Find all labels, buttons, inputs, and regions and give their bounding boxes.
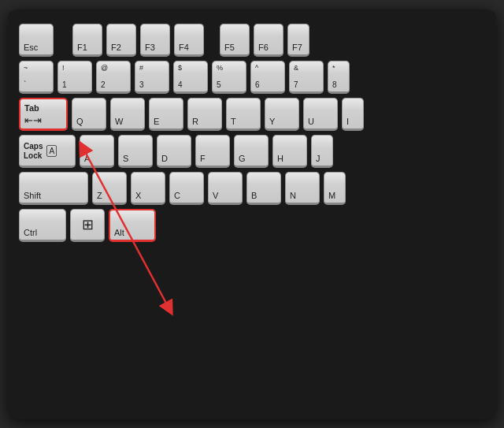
key-h[interactable]: H: [272, 135, 307, 168]
key-5[interactable]: % 5: [212, 61, 246, 94]
qwerty-row: Tab ⇤⇥ Q W E R T Y U I: [19, 98, 485, 131]
key-f7-partial[interactable]: F7: [287, 24, 309, 57]
key-ctrl[interactable]: Ctrl: [19, 209, 66, 242]
key-shift-left[interactable]: Shift: [19, 172, 88, 205]
key-alt[interactable]: Alt: [109, 209, 156, 242]
key-x[interactable]: X: [131, 172, 165, 205]
key-b[interactable]: B: [246, 172, 281, 205]
key-f1[interactable]: F1: [72, 24, 102, 57]
key-w[interactable]: W: [110, 98, 145, 131]
windows-icon: ⊞: [82, 216, 94, 233]
key-3[interactable]: # 3: [135, 61, 169, 94]
key-tab[interactable]: Tab ⇤⇥: [19, 98, 68, 131]
key-f3[interactable]: F3: [140, 24, 170, 57]
key-tilde[interactable]: ~ `: [19, 61, 54, 94]
key-4[interactable]: $ 4: [173, 61, 208, 94]
key-j[interactable]: J: [311, 135, 333, 168]
key-r[interactable]: R: [187, 98, 222, 131]
key-i[interactable]: I: [342, 98, 364, 131]
key-7[interactable]: & 7: [289, 61, 324, 94]
key-d[interactable]: D: [157, 135, 191, 168]
key-f4[interactable]: F4: [174, 24, 204, 57]
key-m[interactable]: M: [324, 172, 346, 205]
key-u[interactable]: U: [303, 98, 338, 131]
key-6[interactable]: ^ 6: [250, 61, 285, 94]
key-f6[interactable]: F6: [254, 24, 284, 57]
key-2[interactable]: @ 2: [96, 61, 131, 94]
key-win[interactable]: ⊞: [70, 209, 105, 242]
number-row: ~ ` ! 1 @ 2 # 3 $ 4 % 5 ^ 6 & 7: [19, 61, 485, 94]
zxcv-row: Shift Z X C V B N M: [19, 172, 485, 205]
key-f5[interactable]: F5: [220, 24, 250, 57]
key-q[interactable]: Q: [72, 98, 106, 131]
key-z[interactable]: Z: [92, 172, 127, 205]
key-1[interactable]: ! 1: [57, 61, 92, 94]
key-caps-lock[interactable]: Caps Lock A: [19, 135, 76, 168]
fn-row: Esc F1 F2 F3 F4 F5 F6 F7: [19, 24, 485, 57]
key-esc[interactable]: Esc: [19, 24, 54, 57]
key-n[interactable]: N: [285, 172, 320, 205]
keyboard: Esc F1 F2 F3 F4 F5 F6 F7 ~ ` ! 1 @ 2 # 3…: [8, 9, 496, 419]
key-v[interactable]: V: [208, 172, 243, 205]
key-c[interactable]: C: [169, 172, 204, 205]
key-g[interactable]: G: [234, 135, 269, 168]
key-s[interactable]: S: [118, 135, 153, 168]
key-f2[interactable]: F2: [106, 24, 136, 57]
key-e[interactable]: E: [149, 98, 183, 131]
key-f[interactable]: F: [195, 135, 230, 168]
bottom-row: Ctrl ⊞ Alt: [19, 209, 485, 242]
asdf-row: Caps Lock A A S D F G H J: [19, 135, 485, 168]
key-t[interactable]: T: [226, 98, 261, 131]
key-y[interactable]: Y: [265, 98, 299, 131]
key-a[interactable]: A: [80, 135, 114, 168]
key-8[interactable]: * 8: [328, 61, 350, 94]
